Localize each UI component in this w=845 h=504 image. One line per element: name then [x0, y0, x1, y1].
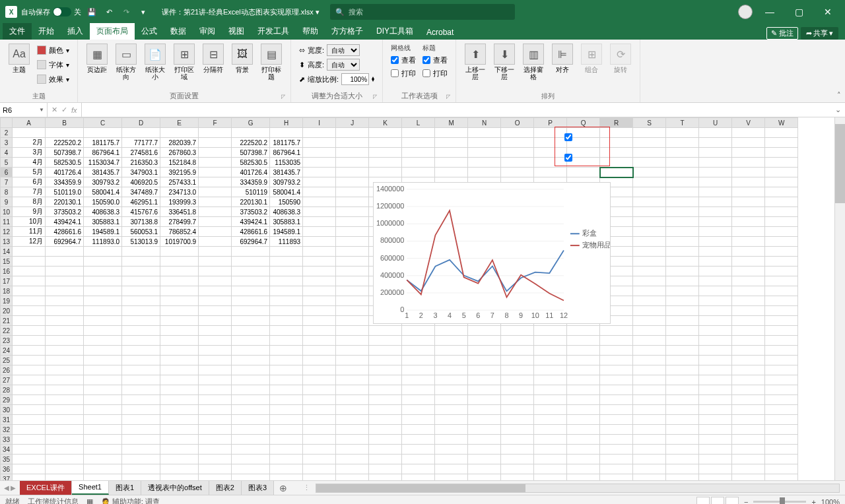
cell-V19[interactable] — [732, 296, 765, 306]
cell-S9[interactable] — [633, 197, 666, 207]
row-header-21[interactable]: 21 — [1, 316, 13, 326]
cell-B23[interactable] — [46, 336, 84, 346]
cell-V37[interactable] — [732, 474, 765, 481]
cell-H18[interactable] — [270, 286, 303, 296]
cell-T8[interactable] — [666, 187, 699, 197]
cell-L2[interactable] — [402, 128, 435, 138]
cell-B29[interactable] — [46, 395, 84, 405]
cell-S3[interactable] — [633, 138, 666, 148]
cell-K31[interactable] — [369, 415, 402, 425]
cell-B33[interactable] — [46, 435, 84, 445]
cell-J19[interactable] — [336, 296, 369, 306]
cell-P4[interactable] — [534, 148, 567, 158]
cell-V13[interactable] — [732, 237, 765, 247]
cell-F29[interactable] — [199, 395, 232, 405]
cell-U35[interactable] — [699, 455, 732, 464]
cell-F15[interactable] — [199, 257, 232, 267]
cell-C25[interactable] — [84, 356, 122, 365]
cell-I32[interactable] — [303, 425, 336, 435]
cell-J37[interactable] — [336, 474, 369, 481]
cancel-formula-icon[interactable]: ✕ — [50, 106, 59, 114]
cell-B21[interactable] — [46, 316, 84, 326]
cell-M37[interactable] — [435, 474, 468, 481]
cell-G12[interactable]: 428661.6 — [232, 227, 270, 237]
cell-R37[interactable] — [600, 474, 633, 481]
cell-B20[interactable] — [46, 306, 84, 316]
cell-G21[interactable] — [232, 316, 270, 326]
cell-I36[interactable] — [303, 464, 336, 474]
cell-S14[interactable] — [633, 247, 666, 257]
cell-K5[interactable] — [369, 158, 402, 168]
cell-S33[interactable] — [633, 435, 666, 445]
cell-D27[interactable] — [122, 375, 160, 385]
cell-J31[interactable] — [336, 415, 369, 425]
cell-M27[interactable] — [435, 375, 468, 385]
cell-J32[interactable] — [336, 425, 369, 435]
cell-E11[interactable]: 278499.7 — [160, 217, 199, 227]
cell-F35[interactable] — [199, 455, 232, 464]
rotate-button[interactable]: ⟳旋转 — [607, 42, 634, 75]
cell-U3[interactable] — [699, 138, 732, 148]
cell-G28[interactable] — [232, 385, 270, 395]
headings-print-checkbox[interactable] — [422, 69, 430, 77]
cell-U2[interactable] — [699, 128, 732, 138]
cell-S28[interactable] — [633, 385, 666, 395]
row-header-34[interactable]: 34 — [1, 445, 13, 455]
cell-R4[interactable] — [600, 148, 633, 158]
cell-N28[interactable] — [468, 385, 501, 395]
col-header-W[interactable]: W — [765, 118, 798, 128]
cell-V16[interactable] — [732, 267, 765, 276]
cell-K29[interactable] — [369, 395, 402, 405]
cell-R25[interactable] — [600, 356, 633, 365]
cell-O28[interactable] — [501, 385, 534, 395]
cell-H28[interactable] — [270, 385, 303, 395]
cell-O25[interactable] — [501, 356, 534, 365]
cell-T36[interactable] — [666, 464, 699, 474]
cell-I23[interactable] — [303, 336, 336, 346]
cell-M26[interactable] — [435, 365, 468, 375]
cell-U22[interactable] — [699, 326, 732, 336]
cell-J21[interactable] — [336, 316, 369, 326]
cell-S27[interactable] — [633, 375, 666, 385]
cell-J18[interactable] — [336, 286, 369, 296]
cell-H27[interactable] — [270, 375, 303, 385]
cell-D23[interactable] — [122, 336, 160, 346]
cell-W4[interactable] — [765, 148, 798, 158]
cell-D18[interactable] — [122, 286, 160, 296]
cell-O32[interactable] — [501, 425, 534, 435]
cell-D24[interactable] — [122, 346, 160, 356]
cell-I6[interactable] — [303, 168, 336, 177]
cell-W14[interactable] — [765, 247, 798, 257]
cell-V22[interactable] — [732, 326, 765, 336]
cell-L34[interactable] — [402, 445, 435, 455]
cell-T6[interactable] — [666, 168, 699, 177]
cell-H34[interactable] — [270, 445, 303, 455]
accept-formula-icon[interactable]: ✓ — [60, 106, 69, 114]
cell-G17[interactable] — [232, 276, 270, 286]
cell-C3[interactable]: 181175.7 — [84, 138, 122, 148]
cell-T10[interactable] — [666, 207, 699, 217]
gridlines-print-checkbox[interactable] — [391, 69, 399, 77]
zoom-level[interactable]: 100% — [821, 498, 840, 505]
cell-H26[interactable] — [270, 365, 303, 375]
cell-E14[interactable] — [160, 247, 199, 257]
share-button[interactable]: ➦ 共享 ▾ — [801, 27, 838, 40]
cell-T25[interactable] — [666, 356, 699, 365]
cell-N26[interactable] — [468, 365, 501, 375]
cell-B11[interactable]: 439424.1 — [46, 217, 84, 227]
cell-H6[interactable]: 381435.7 — [270, 168, 303, 177]
themes-button[interactable]: Aa主题 — [5, 42, 33, 75]
name-box-input[interactable] — [3, 106, 39, 114]
cell-K24[interactable] — [369, 346, 402, 356]
cell-N33[interactable] — [468, 435, 501, 445]
cell-U6[interactable] — [699, 168, 732, 177]
cell-O22[interactable] — [501, 326, 534, 336]
cell-J2[interactable] — [336, 128, 369, 138]
col-header-V[interactable]: V — [732, 118, 765, 128]
cell-S17[interactable] — [633, 276, 666, 286]
sheet-tab-透视表中的offset[interactable]: 透视表中的offset — [141, 481, 209, 495]
cell-J23[interactable] — [336, 336, 369, 346]
row-header-14[interactable]: 14 — [1, 247, 13, 257]
cell-J26[interactable] — [336, 365, 369, 375]
cell-N2[interactable] — [468, 128, 501, 138]
